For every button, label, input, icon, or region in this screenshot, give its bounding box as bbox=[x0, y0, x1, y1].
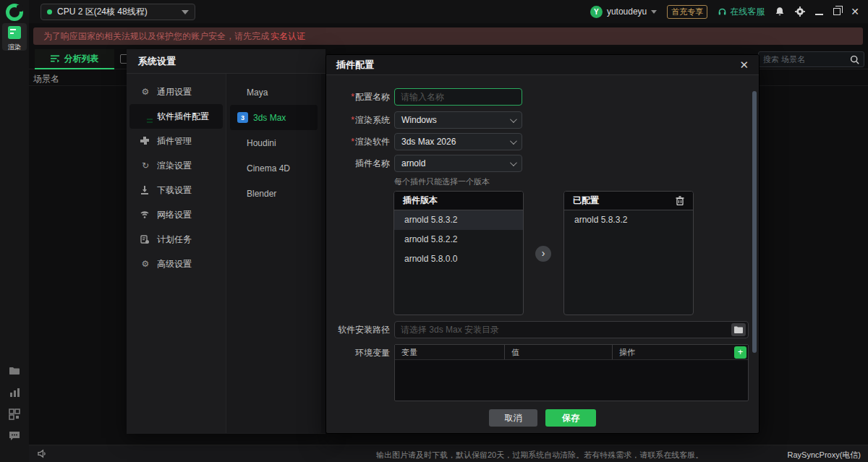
menu-item-general[interactable]: ⚙ 通用设置 bbox=[129, 80, 223, 104]
dialog-close-icon[interactable]: ✕ bbox=[739, 59, 749, 72]
scene-column-header: 场景名 bbox=[33, 73, 59, 85]
configured-list: 已配置 arnold 5.8.3.2 bbox=[563, 191, 694, 315]
avatar: Y bbox=[590, 6, 603, 18]
software-list: Maya 3 3ds Max Houdini Cinema 4D Blender bbox=[226, 74, 321, 433]
user-menu[interactable]: Y yutoudeyu bbox=[590, 6, 657, 18]
left-rail: 渲染 bbox=[0, 0, 29, 462]
calendar-task-icon bbox=[140, 235, 150, 244]
configured-list-title: 已配置 bbox=[573, 194, 599, 207]
install-path-row: 软件安装路径 bbox=[326, 321, 749, 338]
restore-button[interactable] bbox=[833, 7, 841, 17]
search-icon[interactable] bbox=[850, 55, 859, 64]
app-window: 渲染 CPU 2 区(24核 48线程) bbox=[0, 0, 868, 462]
configured-item[interactable]: arnold 5.8.3.2 bbox=[564, 210, 693, 230]
advanced-gear-icon: ⚙ bbox=[140, 259, 150, 269]
menu-item-network-settings[interactable]: 网络设置 bbox=[129, 202, 223, 227]
user-name: yutoudeyu bbox=[607, 7, 647, 17]
close-button[interactable]: ✕ bbox=[851, 7, 859, 17]
env-vars-table: 变量 值 操作 + bbox=[394, 344, 749, 401]
render-software-select[interactable]: 3ds Max 2026 bbox=[394, 133, 522, 150]
rail-item-label: 渲染 bbox=[2, 43, 27, 52]
settings-gear-icon[interactable] bbox=[795, 7, 805, 17]
notification-bell-icon[interactable] bbox=[775, 7, 785, 17]
save-button[interactable]: 保存 bbox=[545, 409, 596, 427]
dialog-title: 插件配置 bbox=[336, 59, 374, 72]
chevron-down-icon bbox=[510, 137, 517, 145]
minimize-button[interactable] bbox=[815, 7, 823, 17]
required-asterisk: * bbox=[351, 115, 354, 125]
version-list-title: 插件版本 bbox=[403, 194, 438, 207]
menu-item-plugin-config[interactable]: 软件插件配置 bbox=[129, 104, 223, 129]
tab-label: 分析列表 bbox=[64, 53, 99, 65]
render-settings-icon: ↻ bbox=[140, 161, 150, 171]
wifi-icon bbox=[140, 210, 150, 219]
chevron-down-icon bbox=[510, 116, 517, 123]
tab-analysis-list[interactable]: 分析列表 bbox=[35, 49, 114, 69]
qr-code-icon[interactable] bbox=[9, 408, 20, 420]
software-item-cinema4d[interactable]: Cinema 4D bbox=[230, 155, 318, 181]
render-icon bbox=[8, 26, 21, 39]
plugin-name-row: 插件名称 arnold bbox=[326, 155, 522, 172]
general-settings-icon: ⚙ bbox=[140, 87, 150, 97]
plugin-name-select[interactable]: arnold bbox=[394, 155, 522, 172]
plugin-config-dialog: 插件配置 ✕ *配置名称 *渲染系统 Windows *渲染软件 3ds Max… bbox=[326, 54, 760, 434]
settings-title: 系统设置 bbox=[127, 49, 326, 74]
realname-auth-link[interactable]: 实名认证 bbox=[271, 30, 305, 43]
dialog-header: 插件配置 ✕ bbox=[326, 55, 759, 75]
version-hint: 每个插件只能选择一个版本 bbox=[394, 176, 490, 187]
software-item-maya[interactable]: Maya bbox=[230, 80, 318, 105]
speaker-icon[interactable] bbox=[38, 449, 47, 458]
proxy-status: RaySyncProxy(电信) bbox=[788, 450, 861, 461]
chevron-down-icon bbox=[510, 159, 517, 166]
first-charge-badge[interactable]: 首充专享 bbox=[667, 5, 707, 19]
version-item[interactable]: arnold 5.8.0.0 bbox=[394, 249, 523, 269]
render-software-row: *渲染软件 3ds Max 2026 bbox=[326, 133, 522, 150]
browse-folder-button[interactable] bbox=[731, 323, 746, 336]
scene-search-input[interactable] bbox=[763, 55, 850, 64]
env-col-variable: 变量 bbox=[395, 345, 505, 359]
zone-selector[interactable]: CPU 2 区(24核 48线程) bbox=[41, 4, 195, 20]
software-item-houdini[interactable]: Houdini bbox=[230, 130, 318, 155]
render-system-row: *渲染系统 Windows bbox=[326, 111, 522, 129]
menu-item-download-settings[interactable]: 下载设置 bbox=[129, 178, 223, 202]
chat-icon[interactable] bbox=[9, 430, 20, 442]
realname-warning-bar: 为了响应国家的相关法规以及保护您的账户安全，请先完成实名认证 bbox=[33, 27, 863, 45]
add-env-var-button[interactable]: + bbox=[734, 346, 746, 359]
folder-icon[interactable] bbox=[9, 365, 20, 377]
online-dot-icon bbox=[47, 9, 52, 14]
app-logo-icon bbox=[6, 4, 23, 21]
rail-item-render[interactable]: 渲染 bbox=[2, 23, 27, 51]
trash-icon[interactable] bbox=[676, 196, 684, 205]
menu-item-render-settings[interactable]: ↻ 渲染设置 bbox=[129, 153, 223, 178]
puzzle-icon bbox=[140, 137, 150, 145]
transfer-right-button[interactable]: › bbox=[535, 246, 551, 262]
titlebar: CPU 2 区(24核 48线程) Y yutoudeyu 首充专享 在线客服 bbox=[29, 0, 868, 23]
version-item[interactable]: arnold 5.8.3.2 bbox=[394, 210, 523, 230]
software-item-3dsmax[interactable]: 3 3ds Max bbox=[230, 105, 318, 130]
chevron-down-icon bbox=[182, 10, 189, 14]
menu-item-scheduled-tasks[interactable]: 计划任务 bbox=[129, 227, 223, 252]
bar-chart-icon[interactable] bbox=[9, 387, 20, 398]
config-name-row: *配置名称 bbox=[326, 88, 522, 106]
zone-selector-value: CPU 2 区(24核 48线程) bbox=[57, 6, 148, 18]
dialog-scrollbar[interactable] bbox=[752, 91, 757, 353]
retention-notice: 输出图片请及时下载，默认保留20天，过期系统自动清除。若有特殊需求，请联系在线客… bbox=[376, 450, 703, 461]
warning-text: 为了响应国家的相关法规以及保护您的账户安全，请先完成 bbox=[43, 30, 269, 43]
menu-item-advanced-settings[interactable]: ⚙ 高级设置 bbox=[129, 252, 223, 276]
headset-icon bbox=[718, 7, 727, 17]
install-path-input[interactable] bbox=[394, 321, 749, 338]
download-icon bbox=[140, 186, 150, 194]
software-item-blender[interactable]: Blender bbox=[230, 181, 318, 206]
cancel-button[interactable]: 取消 bbox=[489, 409, 537, 427]
analysis-list-icon bbox=[51, 54, 60, 63]
env-vars-row: 环境变量 变量 值 操作 + bbox=[326, 344, 749, 401]
env-col-value: 值 bbox=[505, 345, 613, 359]
online-support-button[interactable]: 在线客服 bbox=[718, 6, 765, 18]
config-name-input[interactable] bbox=[394, 88, 522, 106]
chevron-down-icon bbox=[651, 10, 657, 14]
menu-item-plugin-manage[interactable]: 插件管理 bbox=[129, 129, 223, 153]
required-asterisk: * bbox=[351, 92, 354, 102]
version-item[interactable]: arnold 5.8.2.2 bbox=[394, 230, 523, 249]
plugin-version-list: 插件版本 arnold 5.8.3.2 arnold 5.8.2.2 arnol… bbox=[393, 191, 524, 315]
render-system-select[interactable]: Windows bbox=[394, 111, 522, 129]
